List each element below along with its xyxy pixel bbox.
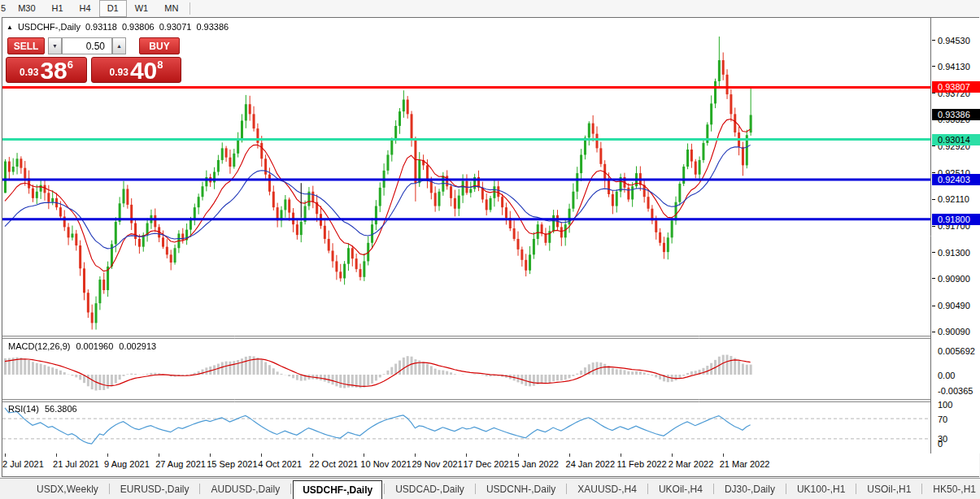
date-tick: [518, 453, 519, 457]
date-tick: [312, 453, 313, 457]
date-tick: [364, 453, 364, 457]
date-label: 17 Dec 2021: [463, 459, 513, 469]
sell-price-display[interactable]: 0.93 38 6: [6, 57, 87, 83]
date-tick: [56, 453, 57, 457]
tab-separator: [647, 484, 648, 494]
timeframe-button-m30[interactable]: M30: [10, 0, 43, 17]
rsi-scale-tick: 0: [938, 439, 943, 449]
price-tick: 0.90900: [932, 274, 970, 283]
macd-scale-tick: 0.00: [938, 371, 955, 380]
macd-scale-tick: -0.00365: [938, 386, 973, 396]
macd-signal-value: 0.002913: [119, 341, 156, 351]
tab-separator: [856, 484, 856, 494]
rsi-name: RSI(14): [8, 404, 39, 414]
chart-title: ▲ USDCHF-,Daily 0.93118 0.93806 0.93071 …: [7, 22, 229, 32]
tab-separator: [290, 484, 291, 494]
date-label: 15 Sep 2021: [207, 459, 257, 469]
date-tick: [723, 453, 724, 457]
chart-tab-usdchf[interactable]: USDCHF-,Daily: [293, 480, 382, 499]
volume-increase-button[interactable]: ▲: [112, 37, 126, 54]
time-axis[interactable]: 2 Jul 202121 Jul 20219 Aug 202127 Aug 20…: [2, 453, 979, 476]
rsi-value: 56.3806: [45, 404, 77, 414]
date-label: 22 Oct 2021: [309, 459, 358, 469]
spin-down-icon: ▼: [52, 43, 58, 49]
price-tick: 0.90090: [932, 328, 970, 336]
date-label: 4 Oct 2021: [258, 459, 302, 469]
spin-up-icon: ▲: [116, 43, 122, 49]
chart-tab-usoil[interactable]: USOil-,H1: [858, 481, 920, 497]
tab-separator: [384, 484, 385, 494]
tab-separator: [109, 484, 110, 494]
chart-tab-audusd[interactable]: AUDUSD-,Daily: [202, 481, 289, 497]
rsi-scale-tick: 70: [938, 414, 947, 424]
chart-tab-usdcad[interactable]: USDCAD-,Daily: [386, 481, 473, 497]
tab-separator: [566, 484, 567, 494]
timeframe-button-d1[interactable]: D1: [99, 0, 127, 17]
buy-price-big: 40: [130, 59, 157, 81]
date-label: 24 Jan 2022: [566, 459, 616, 469]
price-level-badge: 0.92403: [932, 174, 980, 185]
sell-price-big: 38: [40, 59, 67, 81]
price-level-badge: 0.93807: [932, 81, 980, 93]
macd-scale-tick: 0.005692: [938, 346, 975, 356]
macd-indicator-label: MACD(12,26,9) 0.001960 0.002913: [8, 341, 156, 351]
chart-tab-uk100[interactable]: UK100-,H1: [788, 481, 854, 497]
date-label: 21 Mar 2022: [720, 459, 770, 469]
price-axis[interactable]: 0.945300.941300.937200.933200.929200.925…: [932, 18, 980, 453]
date-tick: [159, 453, 159, 457]
tab-separator: [475, 484, 476, 494]
date-tick: [621, 453, 621, 457]
mt4-window: 5M30H1H4D1W1MN ▲ USDCHF-,Daily 0.93118 0…: [0, 0, 980, 499]
tab-separator: [921, 484, 922, 494]
buy-button[interactable]: BUY: [139, 37, 180, 54]
date-label: 29 Nov 2021: [412, 459, 462, 469]
date-tick: [210, 453, 211, 457]
date-label: 11 Feb 2022: [617, 459, 667, 469]
price-tick: 0.90490: [932, 302, 970, 310]
date-label: 9 Aug 2021: [104, 459, 150, 469]
chart-tab-dj30[interactable]: DJ30-,Daily: [716, 481, 784, 497]
volume-input[interactable]: [62, 37, 112, 54]
date-tick: [569, 453, 570, 457]
ohlc-high: 0.93806: [122, 22, 155, 32]
date-label: 2 Mar 2022: [669, 459, 714, 469]
sell-price-prefix: 0.93: [20, 67, 38, 78]
tab-separator: [199, 484, 200, 494]
date-tick: [466, 453, 467, 457]
chart-tab-xauusd[interactable]: XAUUSD-,H4: [568, 481, 646, 497]
date-tick: [415, 453, 416, 457]
chart-tab-usdx[interactable]: USDX,Weekly: [28, 481, 107, 497]
chart-tab-ukoil[interactable]: UKOil-,H4: [650, 481, 712, 497]
buy-price-pip: 8: [157, 59, 163, 71]
price-level-badge: 0.91800: [932, 214, 980, 225]
date-label: 5 Jan 2022: [515, 459, 559, 469]
price-tick: 0.91300: [932, 248, 970, 257]
tab-separator: [786, 484, 786, 494]
date-tick: [5, 453, 6, 457]
chart-tab-eurusd[interactable]: EURUSD-,Daily: [111, 481, 198, 497]
date-tick: [107, 453, 108, 457]
sell-button[interactable]: SELL: [7, 37, 45, 54]
date-label: 27 Aug 2021: [155, 459, 206, 469]
timeframe-button-mn[interactable]: MN: [156, 0, 186, 17]
timeframe-button-w1[interactable]: W1: [127, 0, 157, 17]
timeframe-toolbar: 5M30H1H4D1W1MN: [0, 0, 980, 17]
ohlc-low: 0.93071: [159, 22, 192, 32]
timeframe-button-h4[interactable]: H4: [72, 0, 99, 17]
date-tick: [261, 453, 262, 457]
collapse-trade-panel-icon[interactable]: ▲: [7, 23, 13, 32]
volume-decrease-button[interactable]: ▼: [48, 37, 62, 54]
buy-price-display[interactable]: 0.93 40 8: [91, 57, 181, 83]
price-tick: 0.94530: [932, 36, 970, 45]
timeframe-button-h1[interactable]: H1: [44, 0, 72, 17]
chart-tab-hk50[interactable]: HK50-,H1: [924, 481, 980, 497]
date-tick: [672, 453, 673, 457]
macd-value: 0.001960: [76, 341, 113, 351]
rsi-indicator-label: RSI(14) 56.3806: [8, 404, 77, 414]
price-level-badge: 0.93014: [932, 134, 980, 145]
timeframe-button-5[interactable]: 5: [0, 0, 10, 17]
chart-tab-usdcnh[interactable]: USDCNH-,Daily: [477, 481, 564, 497]
one-click-trading-panel: SELL ▼ ▲ BUY 0.93 38 6 0.93 40 8: [6, 36, 181, 83]
date-label: 21 Jul 2021: [53, 459, 99, 469]
toolbar-separator: [189, 2, 190, 15]
